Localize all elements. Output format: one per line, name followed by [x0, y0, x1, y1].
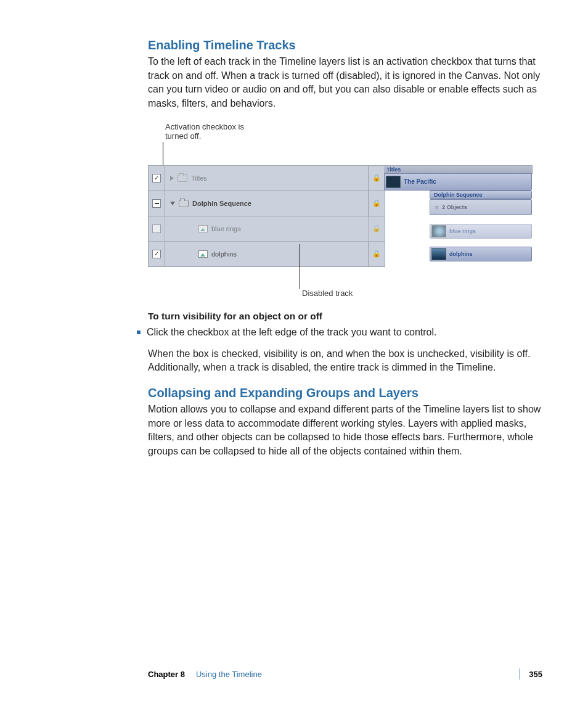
- footer-rule: [520, 668, 520, 679]
- callout-top-label: Activation checkbox is turned off.: [165, 122, 258, 141]
- footer-title: Using the Timeline: [196, 670, 262, 679]
- objects-icon: ≡: [435, 204, 438, 210]
- track-row-blue-rings[interactable]: blue rings 🔒: [149, 216, 385, 242]
- clip-label: The Pacific: [404, 178, 436, 185]
- clip-the-pacific[interactable]: The Pacific: [384, 173, 532, 191]
- lock-icon[interactable]: 🔒: [368, 216, 385, 241]
- page-footer: Chapter 8 Using the Timeline 355: [148, 668, 542, 679]
- activation-checkbox-cell[interactable]: [149, 191, 165, 216]
- lock-icon[interactable]: 🔒: [368, 191, 385, 216]
- section-heading-enabling: Enabling Timeline Tracks: [148, 38, 542, 52]
- clip-objects[interactable]: ≡ 2 Objects: [430, 199, 532, 215]
- checkbox-icon: [152, 199, 161, 208]
- clip-thumbnail: [431, 225, 446, 237]
- track-name-cell[interactable]: Titles: [165, 174, 368, 182]
- image-icon: [198, 225, 208, 232]
- track-label: dolphins: [211, 250, 237, 258]
- checkbox-icon: ✓: [152, 250, 161, 258]
- footer-chapter: Chapter 8: [148, 670, 185, 679]
- instruction-step: Click the checkbox at the left edge of t…: [147, 326, 436, 340]
- bullet-icon: [137, 330, 141, 334]
- track-label: Dolphin Sequence: [192, 200, 251, 207]
- track-row-dolphins[interactable]: ✓ dolphins 🔒: [149, 242, 385, 266]
- section2-paragraph: Motion allows you to collapse and expand…: [148, 403, 542, 459]
- instruction-heading: To turn visibility for an object on or o…: [148, 311, 542, 322]
- clip-thumbnail: [431, 248, 446, 260]
- instruction-result: When the box is checked, visibility is o…: [148, 347, 542, 375]
- activation-checkbox-cell[interactable]: ✓: [149, 242, 165, 266]
- clip-label: dolphins: [449, 251, 473, 257]
- track-row-titles[interactable]: ✓ Titles 🔒: [149, 166, 385, 191]
- image-icon: [198, 250, 208, 258]
- clip-dolphin-sequence-header[interactable]: Dolphin Sequence: [430, 191, 532, 199]
- callout-bottom-label: Disabled track: [302, 289, 353, 298]
- checkbox-icon: [152, 224, 161, 233]
- clip-label: blue rings: [449, 228, 476, 234]
- checkbox-icon: ✓: [152, 174, 161, 183]
- footer-page-number: 355: [529, 670, 542, 679]
- canvas-header: Titles: [384, 166, 532, 174]
- lock-icon[interactable]: 🔒: [368, 166, 385, 191]
- folder-icon: [179, 200, 189, 207]
- track-label: Titles: [191, 174, 207, 182]
- figure-timeline: Activation checkbox is turned off. ✓ Tit…: [148, 122, 542, 302]
- clip-dolphins[interactable]: dolphins: [430, 247, 532, 261]
- timeline-canvas[interactable]: Titles The Pacific Dolphin Sequence ≡ 2 …: [384, 165, 533, 174]
- callout-line-bottom: [300, 244, 300, 289]
- clip-label: 2 Objects: [442, 204, 467, 210]
- activation-checkbox-cell[interactable]: [149, 216, 165, 241]
- instruction-bullet-row: Click the checkbox at the left edge of t…: [137, 326, 542, 340]
- section-heading-collapsing: Collapsing and Expanding Groups and Laye…: [148, 386, 542, 400]
- folder-icon: [178, 174, 187, 182]
- track-name-cell[interactable]: dolphins: [165, 250, 368, 258]
- clip-thumbnail: [386, 176, 401, 188]
- activation-checkbox-cell[interactable]: ✓: [149, 166, 165, 191]
- track-row-dolphin-sequence[interactable]: Dolphin Sequence 🔒: [149, 191, 385, 216]
- track-name-cell[interactable]: blue rings: [165, 225, 368, 232]
- timeline-layers-list: ✓ Titles 🔒 Dolphin Sequence: [148, 165, 385, 267]
- clip-blue-rings[interactable]: blue rings: [430, 224, 532, 239]
- disclosure-triangle-icon[interactable]: [170, 202, 175, 205]
- lock-icon[interactable]: 🔒: [368, 242, 385, 266]
- clip-label: Dolphin Sequence: [434, 192, 483, 198]
- disclosure-triangle-icon[interactable]: [170, 176, 174, 181]
- section1-paragraph: To the left of each track in the Timelin…: [148, 55, 542, 111]
- track-name-cell[interactable]: Dolphin Sequence: [165, 200, 368, 207]
- track-label: blue rings: [211, 225, 241, 232]
